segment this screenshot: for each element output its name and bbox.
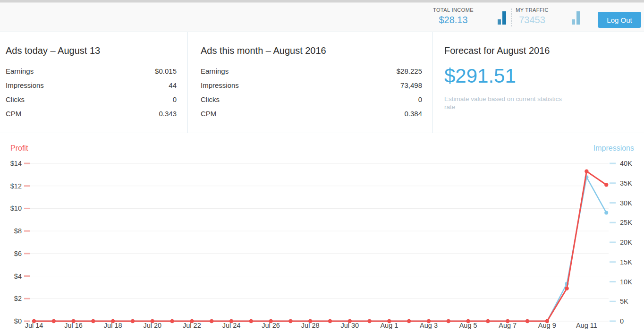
- svg-text:35K: 35K: [620, 179, 632, 187]
- stat-label: Clicks: [6, 95, 25, 103]
- stat-row-impressions: Impressions 44: [6, 78, 177, 92]
- stat-value: 0: [173, 95, 177, 103]
- stat-value: $28.225: [397, 67, 422, 75]
- summary-panels: Ads today – August 13 Earnings $0.015 Im…: [0, 32, 644, 133]
- stat-row-clicks: Clicks 0: [6, 92, 177, 106]
- svg-text:$2: $2: [14, 295, 22, 302]
- forecast-value: $291.51: [444, 65, 635, 87]
- ads-month-panel: Ads this month – August 2016 Earnings $2…: [188, 32, 433, 133]
- forecast-panel: Forecast for August 2016 $291.51 Estimat…: [433, 32, 644, 133]
- svg-text:$10: $10: [10, 204, 22, 212]
- svg-text:$0: $0: [14, 317, 22, 325]
- svg-text:15K: 15K: [620, 258, 632, 266]
- stat-value: 0: [418, 95, 422, 103]
- stat-label: Impressions: [201, 81, 239, 89]
- stat-label: Earnings: [201, 67, 229, 75]
- svg-text:$8: $8: [14, 227, 22, 235]
- header-divider: [511, 9, 512, 26]
- stat-value: $0.015: [155, 67, 177, 75]
- total-income-stat: TOTAL INCOME $28.13: [420, 7, 486, 26]
- stat-row-earnings: Earnings $0.015: [6, 64, 177, 78]
- svg-text:30K: 30K: [620, 199, 632, 207]
- stat-label: Clicks: [201, 95, 220, 103]
- svg-text:20K: 20K: [620, 238, 632, 246]
- ads-today-panel: Ads today – August 13 Earnings $0.015 Im…: [0, 32, 188, 133]
- stat-label: CPM: [6, 110, 21, 118]
- ads-month-title: Ads this month – August 2016: [201, 45, 422, 56]
- svg-text:25K: 25K: [620, 219, 632, 226]
- stat-row-earnings: Earnings $28.225: [201, 64, 422, 78]
- total-income-label: TOTAL INCOME: [420, 7, 486, 13]
- stat-value: 0.384: [404, 110, 422, 118]
- stat-row-cpm: CPM 0.343: [6, 106, 177, 120]
- stat-value: 0.343: [159, 110, 177, 118]
- svg-text:$6: $6: [14, 250, 22, 257]
- svg-text:$12: $12: [10, 182, 22, 190]
- ads-today-title: Ads today – August 13: [6, 45, 177, 56]
- stat-label: Earnings: [6, 67, 34, 75]
- svg-text:Aug 11: Aug 11: [576, 322, 597, 329]
- stat-row-clicks: Clicks 0: [201, 92, 422, 106]
- svg-text:40K: 40K: [620, 160, 632, 167]
- my-traffic-value: 73453: [512, 15, 552, 26]
- svg-text:$14: $14: [10, 160, 22, 167]
- header: TOTAL INCOME $28.13 MY TRAFFIC 73453 Log…: [0, 2, 644, 32]
- stat-label: CPM: [201, 110, 216, 118]
- profit-impressions-line-chart: $0$2$4$6$8$10$12$1405K10K15K20K25K30K35K…: [0, 133, 644, 332]
- stat-value: 44: [169, 81, 177, 89]
- stat-row-impressions: Impressions 73,498: [201, 78, 422, 92]
- stat-value: 73,498: [400, 81, 422, 89]
- svg-text:0: 0: [620, 317, 624, 325]
- traffic-bar-chart-icon: [571, 10, 581, 26]
- stat-row-cpm: CPM 0.384: [201, 106, 422, 120]
- my-traffic-stat: MY TRAFFIC 73453: [512, 7, 552, 26]
- svg-text:$4: $4: [14, 272, 22, 280]
- stat-label: Impressions: [6, 81, 44, 89]
- forecast-title: Forecast for August 2016: [444, 45, 635, 56]
- profit-impressions-chart-section: Profit Impressions $0$2$4$6$8$10$12$1405…: [0, 133, 644, 332]
- svg-text:5K: 5K: [620, 298, 628, 305]
- svg-text:10K: 10K: [620, 278, 632, 286]
- income-bar-chart-icon: [497, 10, 507, 26]
- forecast-note: Estimate value based on current statisti…: [444, 95, 562, 111]
- total-income-value: $28.13: [420, 15, 486, 26]
- my-traffic-label: MY TRAFFIC: [512, 7, 552, 13]
- logout-button[interactable]: Log Out: [598, 12, 641, 28]
